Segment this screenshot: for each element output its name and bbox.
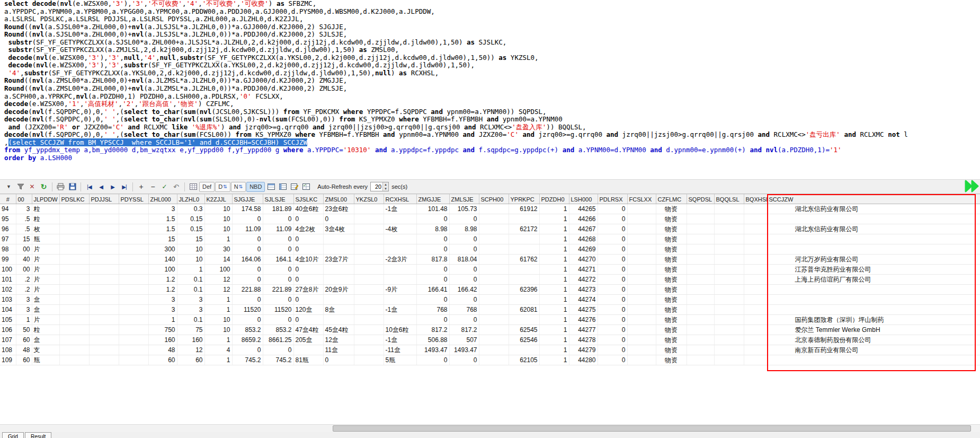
cell[interactable] [89,325,119,335]
cell[interactable] [714,315,744,325]
cell[interactable]: 8.98 [416,224,449,234]
cell[interactable] [714,305,744,315]
cell[interactable]: 1 [539,244,569,255]
cell[interactable]: 片 [32,244,59,255]
cell[interactable]: 11.09 [232,224,263,234]
cell[interactable] [323,275,354,285]
cell[interactable]: 166.42 [449,285,479,295]
cell[interactable]: 0 [449,234,479,244]
cell[interactable]: 120盒 [293,305,323,315]
cell[interactable]: 上海上药信谊药厂有限公司 [767,275,980,285]
cell[interactable] [323,234,354,244]
edit-data-button[interactable] [289,181,300,192]
nbd-button[interactable]: NBD [246,182,265,192]
cell[interactable]: 4 [204,345,232,355]
cell[interactable]: 14 [204,255,232,265]
n-sort-button[interactable]: N⇅ [231,182,246,192]
cell[interactable]: 0 [598,265,627,275]
cell[interactable] [89,234,119,244]
cell[interactable] [59,315,89,325]
cell[interactable]: 853.2 [263,325,293,335]
next-record-button[interactable]: ▶ [107,181,118,192]
cell[interactable] [479,295,509,305]
cell[interactable] [744,345,767,355]
cell[interactable] [354,315,384,325]
column-header[interactable]: JLPDDW [32,195,59,204]
cell[interactable] [354,355,384,365]
cell[interactable] [744,335,767,345]
cell[interactable] [59,355,89,365]
cell[interactable]: 1.5 [148,224,177,234]
cell[interactable]: 物资 [656,244,687,255]
cell[interactable] [59,255,89,265]
cell[interactable] [744,295,767,305]
cell[interactable]: 物资 [656,204,687,214]
cell[interactable]: 0 [598,345,627,355]
cell[interactable]: 15 [16,234,32,244]
column-header[interactable]: JLZHL0 [177,195,204,204]
cell[interactable]: 1 [539,305,569,315]
cell[interactable]: 101 [0,275,16,285]
cell[interactable] [687,345,714,355]
cell[interactable]: 0 [449,214,479,224]
cell[interactable]: 物资 [656,214,687,224]
cell[interactable]: 105 [0,315,16,325]
auto-refresh-interval-spinner[interactable]: ▴▾ [370,182,389,191]
cell[interactable] [59,244,89,255]
cell[interactable] [714,275,744,285]
cell[interactable]: 20盒9片 [323,285,354,295]
cell[interactable]: 221.89 [263,285,293,295]
cell[interactable] [354,335,384,345]
cell[interactable]: 109 [0,355,16,365]
cell[interactable] [479,315,509,325]
cell[interactable]: 300 [148,244,177,255]
cell[interactable] [687,204,714,214]
cell[interactable]: 104 [0,305,16,315]
cell[interactable] [89,244,119,255]
cell[interactable] [714,204,744,214]
cell[interactable]: 12 [204,285,232,295]
cell[interactable]: 4盒10片 [293,255,323,265]
cell[interactable]: 1 [539,295,569,305]
cell[interactable]: 44266 [569,214,598,224]
cell[interactable]: 0 [263,315,293,325]
cell[interactable]: 物资 [656,234,687,244]
cell[interactable]: 0 [449,265,479,275]
cell[interactable]: 15 [177,234,204,244]
cell[interactable] [627,335,656,345]
cell[interactable] [89,345,119,355]
cell[interactable]: 0 [232,244,263,255]
save-button[interactable] [67,181,78,192]
cell[interactable] [767,305,980,315]
cell[interactable] [479,345,509,355]
cell[interactable] [89,214,119,224]
cell[interactable]: 40 [16,255,32,265]
cell[interactable]: 物资 [656,355,687,365]
cell[interactable] [479,275,509,285]
cell[interactable]: 160 [148,335,177,345]
cell[interactable]: 5瓶 [384,355,416,365]
cell[interactable]: 0 [416,214,449,224]
cell[interactable]: 61912 [509,204,539,214]
cell[interactable]: 40盒6粒 [293,204,323,214]
cell[interactable] [119,214,148,224]
column-header[interactable]: SQPDSL [687,195,714,204]
cell[interactable]: 盒 [32,295,59,305]
cell[interactable]: 10 [204,315,232,325]
cell[interactable] [744,244,767,255]
cell[interactable] [354,295,384,305]
cell[interactable] [384,295,416,305]
cell[interactable]: 0 [293,244,323,255]
cell[interactable]: 97 [0,234,16,244]
cell[interactable] [714,335,744,345]
cell[interactable] [59,234,89,244]
cell[interactable] [119,244,148,255]
cell[interactable] [354,224,384,234]
cell[interactable]: 101.48 [416,204,449,214]
cell[interactable]: 3 [177,295,204,305]
cell[interactable]: 506.88 [416,335,449,345]
cell[interactable]: -4枚 [384,224,416,234]
cell[interactable]: 8659.2 [232,335,263,345]
filter-button[interactable] [15,181,26,192]
cell[interactable] [119,295,148,305]
